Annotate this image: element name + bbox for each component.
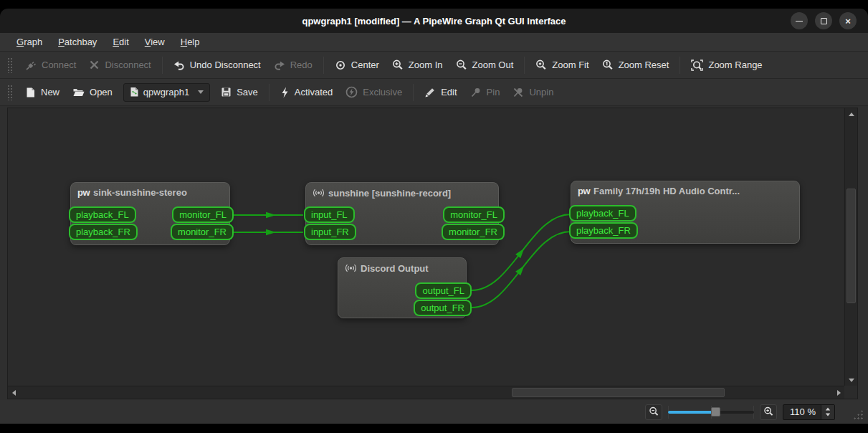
spin-down-button[interactable] <box>826 414 830 417</box>
zoom-spinbox[interactable]: 110 % <box>783 404 835 420</box>
toolbar-separator <box>524 57 525 74</box>
connect-button[interactable]: Connect <box>19 56 82 75</box>
edit-label: Edit <box>441 87 457 97</box>
close-icon: × <box>845 16 851 26</box>
statusbar-zoom-out-button[interactable] <box>645 404 662 420</box>
menu-edit[interactable]: Edit <box>105 34 136 50</box>
node-sunshine-record[interactable]: sunshine [sunshine-record] input_FL inpu… <box>305 182 499 245</box>
port-output-fr[interactable]: output_FR <box>414 300 472 316</box>
exclusive-icon <box>345 86 358 98</box>
node-sink-sunshine-stereo[interactable]: pw sink-sunshine-stereo playback_FL play… <box>70 182 230 245</box>
toolbar-separator <box>323 57 324 74</box>
patchbay-file-icon <box>130 87 139 97</box>
menu-help[interactable]: Help <box>173 34 208 50</box>
menu-view[interactable]: View <box>137 34 173 50</box>
port-input-fl[interactable]: input_FL <box>304 206 355 223</box>
port-playback-fr[interactable]: playback_FR <box>569 222 638 239</box>
scrollbar-corner <box>844 386 857 399</box>
scroll-down-button[interactable] <box>846 374 857 386</box>
graph-toolbar: Connect Disconnect Undo Disconnect Redo … <box>0 52 868 79</box>
connect-label: Connect <box>42 60 76 70</box>
graph-viewport[interactable]: pw sink-sunshine-stereo playback_FL play… <box>8 108 844 386</box>
port-monitor-fl[interactable]: monitor_FL <box>443 206 505 223</box>
pin-button[interactable]: Pin <box>464 83 507 102</box>
zoom-range-button[interactable]: Zoom Range <box>685 56 768 75</box>
zoom-range-label: Zoom Range <box>708 60 762 70</box>
center-label: Center <box>351 60 379 70</box>
zoom-reset-button[interactable]: Zoom Reset <box>596 56 676 75</box>
statusbar: 110 % <box>0 400 868 424</box>
port-output-fl[interactable]: output_FL <box>415 282 472 299</box>
port-monitor-fr[interactable]: monitor_FR <box>171 224 234 240</box>
new-label: New <box>41 87 59 97</box>
port-input-fr[interactable]: input_FR <box>304 224 356 240</box>
node-discord-output[interactable]: Discord Output output_FL output_FR <box>338 257 467 318</box>
port-playback-fr[interactable]: playback_FR <box>69 224 138 240</box>
maximize-button[interactable] <box>815 12 832 29</box>
chevron-down-icon <box>198 90 204 94</box>
menu-graph[interactable]: Graph <box>9 34 50 50</box>
node-family-hd-audio[interactable]: pw Family 17h/19h HD Audio Contr... play… <box>571 181 800 244</box>
activated-button[interactable]: Activated <box>274 83 339 102</box>
graph-canvas[interactable]: pw sink-sunshine-stereo playback_FL play… <box>7 108 858 399</box>
pin-label: Pin <box>487 87 500 97</box>
node-title: sunshine [sunshine-record] <box>328 188 451 199</box>
unpin-icon <box>512 87 524 98</box>
disconnect-button[interactable]: Disconnect <box>82 56 157 74</box>
minimize-button[interactable] <box>791 12 808 29</box>
horizontal-scrollbar[interactable] <box>8 386 844 399</box>
patchbay-selector-value: qpwgraph1 <box>143 87 189 97</box>
scroll-left-button[interactable] <box>8 387 19 399</box>
save-label: Save <box>237 87 258 97</box>
center-button[interactable]: Center <box>328 56 386 75</box>
port-playback-fl[interactable]: playback_FL <box>569 205 636 222</box>
port-monitor-fl[interactable]: monitor_FL <box>172 206 234 223</box>
toolbar-drag-handle[interactable] <box>7 57 13 73</box>
horizontal-scrollbar-thumb[interactable] <box>512 388 725 397</box>
zoom-spinner <box>821 405 834 419</box>
redo-button[interactable]: Redo <box>267 56 319 75</box>
arrow-down-icon <box>849 379 854 382</box>
statusbar-zoom-in-button[interactable] <box>760 404 777 420</box>
vertical-scrollbar[interactable] <box>844 108 857 386</box>
scroll-right-button[interactable] <box>833 387 844 399</box>
open-folder-icon <box>72 87 85 97</box>
new-button[interactable]: New <box>19 83 66 102</box>
zoom-reset-icon <box>602 60 614 71</box>
edit-button[interactable]: Edit <box>418 83 463 102</box>
zoom-slider-fill <box>668 411 715 414</box>
zoom-slider-handle[interactable] <box>711 407 720 417</box>
toolbar-drag-handle[interactable] <box>7 85 13 100</box>
scroll-up-button[interactable] <box>846 108 857 120</box>
open-label: Open <box>90 87 113 97</box>
zoom-out-button[interactable]: Zoom Out <box>449 56 520 75</box>
zoom-in-icon <box>392 60 404 71</box>
node-title: Discord Output <box>361 263 429 274</box>
exclusive-label: Exclusive <box>363 87 402 97</box>
zoom-fit-icon <box>535 60 547 71</box>
window-title: qpwgraph1 [modified] — A PipeWire Graph … <box>302 16 566 27</box>
close-button[interactable]: × <box>839 12 857 29</box>
menu-patchbay[interactable]: Patchbay <box>50 34 105 50</box>
vertical-scrollbar-thumb[interactable] <box>846 189 856 303</box>
resize-grip[interactable] <box>852 409 864 420</box>
open-button[interactable]: Open <box>66 83 119 101</box>
node-header: sunshine [sunshine-record] <box>306 183 498 203</box>
exclusive-button[interactable]: Exclusive <box>339 82 409 102</box>
zoom-in-label: Zoom In <box>409 60 443 70</box>
cable-arrow-icon <box>266 229 276 235</box>
port-monitor-fr[interactable]: monitor_FR <box>442 224 505 240</box>
zoom-slider[interactable] <box>668 406 754 418</box>
spin-up-button[interactable] <box>826 408 830 411</box>
patchbay-selector[interactable]: qpwgraph1 <box>123 83 210 102</box>
connections-layer <box>8 108 844 386</box>
save-button[interactable]: Save <box>214 83 264 101</box>
unpin-button[interactable]: Unpin <box>506 83 560 102</box>
desktop: qpwgraph1 [modified] — A PipeWire Graph … <box>0 0 868 433</box>
redo-icon <box>274 60 285 71</box>
port-playback-fl[interactable]: playback_FL <box>69 206 136 223</box>
zoom-fit-button[interactable]: Zoom Fit <box>529 56 595 75</box>
undo-disconnect-button[interactable]: Undo Disconnect <box>167 56 267 75</box>
zoom-in-button[interactable]: Zoom In <box>386 56 449 75</box>
window-titlebar[interactable]: qpwgraph1 [modified] — A PipeWire Graph … <box>0 9 868 33</box>
